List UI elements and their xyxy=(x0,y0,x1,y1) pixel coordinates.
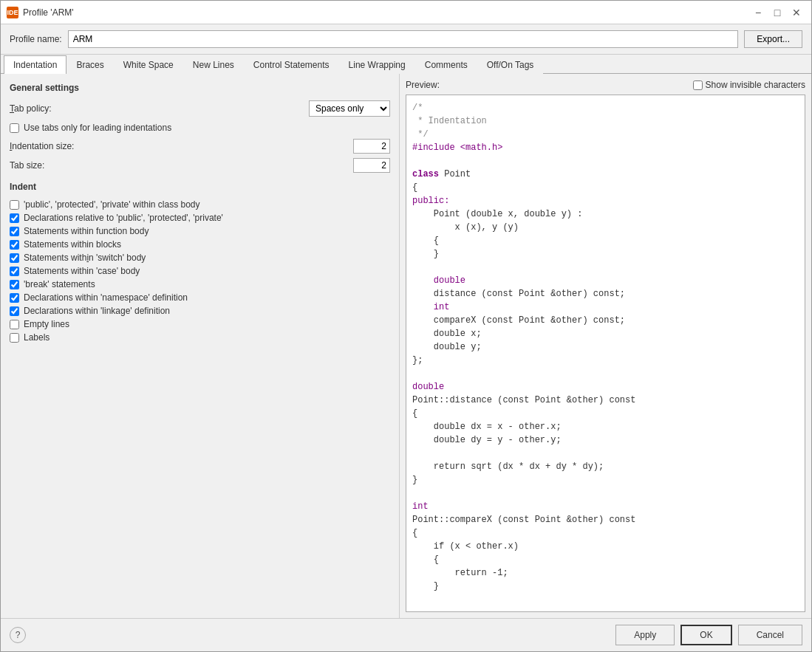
bottom-bar: ? Apply OK Cancel xyxy=(1,618,811,651)
indent-statements-blocks-label: Statements within blocks xyxy=(24,239,121,250)
indent-break-row: 'break' statements xyxy=(10,279,390,289)
show-invisible-label: Show invisible characters xyxy=(706,80,805,90)
window-controls: − □ ✕ xyxy=(749,5,805,20)
code-line: int xyxy=(412,500,799,513)
code-line: Point::distance (const Point &other) con… xyxy=(412,394,799,407)
tab-comments[interactable]: Comments xyxy=(415,55,477,74)
indent-statements-function-label: Statements within function body xyxy=(24,226,149,236)
tab-policy-select[interactable]: Spaces only Use tab character Mixed xyxy=(309,100,390,117)
tabs-row: Indentation Braces White Space New Lines… xyxy=(1,55,811,74)
left-panel: General settings Tab policy: Spaces only… xyxy=(1,74,400,618)
code-line: Point::compareX (const Point &other) con… xyxy=(412,513,799,526)
indent-statements-function-checkbox[interactable] xyxy=(10,227,19,236)
indent-empty-lines-checkbox[interactable] xyxy=(10,320,19,329)
indent-title: Indent xyxy=(10,182,390,192)
code-line: } xyxy=(412,247,799,261)
indent-statements-case-checkbox[interactable] xyxy=(10,267,19,276)
profile-name-label: Profile name: xyxy=(10,34,62,44)
tab-policy-row: Tab policy: Spaces only Use tab characte… xyxy=(10,100,390,117)
code-line: */ xyxy=(412,128,799,141)
indent-statements-blocks-row: Statements within blocks xyxy=(10,239,390,250)
tab-control-statements[interactable]: Control Statements xyxy=(244,55,339,74)
code-line: { xyxy=(412,234,799,247)
code-line: double y; xyxy=(412,340,799,354)
tab-line-wrapping[interactable]: Line Wrapping xyxy=(339,55,415,74)
bottom-right: Apply OK Cancel xyxy=(615,625,802,645)
close-button[interactable]: ✕ xyxy=(788,5,805,20)
indent-linkage-checkbox[interactable] xyxy=(10,306,19,316)
tab-size-row: Tab size: xyxy=(10,158,390,173)
indent-section: Indent 'public', 'protected', 'private' … xyxy=(10,182,390,343)
tab-off-on-tags[interactable]: Off/On Tags xyxy=(477,55,544,74)
use-tabs-label: Use tabs only for leading indentations xyxy=(24,123,171,133)
tab-white-space[interactable]: White Space xyxy=(114,55,183,74)
indent-linkage-row: Declarations within 'linkage' definition xyxy=(10,306,390,316)
preview-label: Preview: xyxy=(406,80,440,90)
maximize-button[interactable]: □ xyxy=(768,5,786,20)
indent-statements-function-row: Statements within function body xyxy=(10,226,390,236)
show-invisible-checkbox[interactable] xyxy=(693,80,703,90)
indent-namespace-label: Declarations within 'namespace' definiti… xyxy=(24,292,188,303)
code-line: { xyxy=(412,181,799,194)
indentation-size-input[interactable] xyxy=(353,139,390,154)
tab-indentation[interactable]: Indentation xyxy=(4,55,66,74)
indent-declarations-label: Declarations relative to 'public', 'prot… xyxy=(24,213,223,223)
indent-statements-switch-row: Statements within 'switch' body xyxy=(10,253,390,263)
code-line: } xyxy=(412,473,799,487)
indent-empty-lines-label: Empty lines xyxy=(24,319,69,329)
profile-name-input[interactable] xyxy=(68,30,739,48)
app-icon: IDE xyxy=(7,7,18,18)
code-line: }; xyxy=(412,354,799,367)
minimize-button[interactable]: − xyxy=(749,5,767,20)
code-line: #include <math.h> xyxy=(412,141,799,154)
indent-statements-switch-checkbox[interactable] xyxy=(10,253,19,263)
indentation-size-label: Indentation size: xyxy=(10,141,353,151)
right-panel: Preview: Show invisible characters /* * … xyxy=(400,74,811,618)
indent-break-checkbox[interactable] xyxy=(10,280,19,289)
ok-button[interactable]: OK xyxy=(680,625,731,645)
apply-button[interactable]: Apply xyxy=(615,625,675,645)
indent-statements-switch-label: Statements within 'switch' body xyxy=(24,253,146,263)
indent-declarations-row: Declarations relative to 'public', 'prot… xyxy=(10,213,390,223)
window-title: Profile 'ARM' xyxy=(23,7,749,18)
main-content: General settings Tab policy: Spaces only… xyxy=(1,74,811,618)
code-line xyxy=(412,261,799,274)
help-button[interactable]: ? xyxy=(10,627,26,643)
general-settings-title: General settings xyxy=(10,83,390,93)
code-line: double xyxy=(412,274,799,287)
title-bar: IDE Profile 'ARM' − □ ✕ xyxy=(1,1,811,24)
code-line: double dx = x - other.x; xyxy=(412,420,799,433)
code-preview[interactable]: /* * Indentation */ #include <math.h> cl… xyxy=(406,95,805,612)
indent-empty-lines-row: Empty lines xyxy=(10,319,390,329)
indent-labels-checkbox[interactable] xyxy=(10,333,19,343)
code-line: /* xyxy=(412,101,799,114)
indent-declarations-checkbox[interactable] xyxy=(10,213,19,223)
code-line: { xyxy=(412,553,799,566)
code-line: } xyxy=(412,580,799,593)
indent-public-checkbox[interactable] xyxy=(10,200,19,210)
tab-braces[interactable]: Braces xyxy=(66,55,113,74)
indent-namespace-checkbox[interactable] xyxy=(10,293,19,303)
indent-namespace-row: Declarations within 'namespace' definiti… xyxy=(10,292,390,303)
indent-statements-blocks-checkbox[interactable] xyxy=(10,240,19,250)
code-line: if (x < other.x) xyxy=(412,540,799,553)
use-tabs-row: Use tabs only for leading indentations xyxy=(10,123,390,133)
indent-break-label: 'break' statements xyxy=(24,279,95,289)
code-line xyxy=(412,487,799,500)
use-tabs-checkbox[interactable] xyxy=(10,123,19,133)
main-window: IDE Profile 'ARM' − □ ✕ Profile name: Ex… xyxy=(0,0,812,652)
code-line xyxy=(412,154,799,168)
indent-linkage-label: Declarations within 'linkage' definition xyxy=(24,306,170,316)
code-line: * Indentation xyxy=(412,114,799,128)
export-button[interactable]: Export... xyxy=(744,30,802,48)
preview-header: Preview: Show invisible characters xyxy=(406,80,805,90)
code-line: int xyxy=(412,301,799,314)
code-line xyxy=(412,367,799,380)
tab-policy-label: Tab policy: xyxy=(10,103,309,114)
code-line: double x; xyxy=(412,327,799,340)
tab-size-input[interactable] xyxy=(353,158,390,173)
code-line: x (x), y (y) xyxy=(412,221,799,234)
cancel-button[interactable]: Cancel xyxy=(738,625,802,645)
tab-new-lines[interactable]: New Lines xyxy=(183,55,244,74)
code-line: double dy = y - other.y; xyxy=(412,433,799,447)
